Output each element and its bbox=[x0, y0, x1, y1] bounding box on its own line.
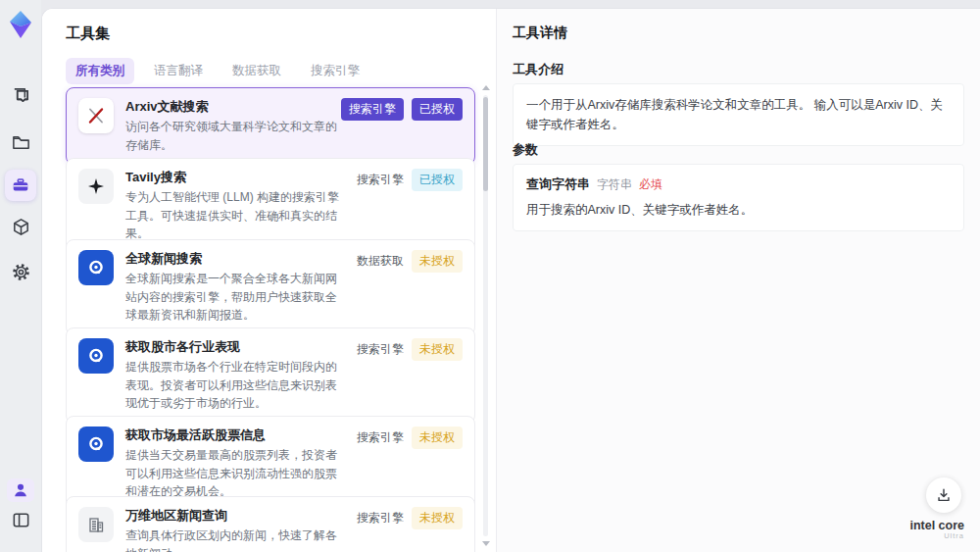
tool-description: 提供股票市场各个行业在特定时间段内的表现。投资者可以利用这些信息来识别表现优于或… bbox=[125, 358, 347, 413]
auth-status-badge: 未授权 bbox=[412, 427, 463, 449]
tool-name: Arxiv文献搜索 bbox=[125, 98, 347, 116]
category-label: 数据获取 bbox=[357, 253, 404, 270]
tool-detail-panel: 工具详情 工具介绍 一个用于从Arxiv存储库搜索科学论文和文章的工具。 输入可… bbox=[496, 9, 980, 552]
category-label: 搜索引擎 bbox=[357, 172, 404, 188]
cube-icon[interactable] bbox=[9, 215, 32, 238]
tool-card-arxiv[interactable]: Arxiv文献搜索 访问各个研究领域大量科学论文和文章的存储库。 搜索引擎 已授… bbox=[66, 87, 475, 165]
toolbox-icon[interactable] bbox=[5, 170, 36, 201]
panel-toggle-icon[interactable] bbox=[9, 508, 32, 531]
tab-all-categories[interactable]: 所有类别 bbox=[66, 58, 134, 84]
detail-title: 工具详情 bbox=[513, 25, 567, 42]
app-logo-icon bbox=[7, 10, 34, 39]
scroll-down-arrow[interactable] bbox=[482, 541, 490, 546]
category-tabs: 所有类别 语言翻译 数据获取 搜索引擎 bbox=[66, 58, 369, 84]
app-window: 工具集 所有类别 语言翻译 数据获取 搜索引擎 bbox=[0, 0, 980, 552]
tool-description: 专为人工智能代理 (LLM) 构建的搜索引擎工具。可快速提供实时、准确和真实的结… bbox=[125, 188, 347, 243]
tavily-star-icon bbox=[78, 169, 114, 204]
intro-box: 一个用于从Arxiv存储库搜索科学论文和文章的工具。 输入可以是Arxiv ID… bbox=[513, 83, 964, 146]
tab-language-translation[interactable]: 语言翻译 bbox=[144, 58, 213, 84]
tool-name: 全球新闻搜索 bbox=[125, 250, 347, 268]
category-label: 搜索引擎 bbox=[357, 429, 404, 446]
arxiv-logo-icon bbox=[78, 98, 114, 133]
tab-search-engine[interactable]: 搜索引擎 bbox=[301, 58, 369, 84]
tool-name: 获取市场最活跃股票信息 bbox=[125, 427, 347, 444]
brand-subtext: Ultra bbox=[909, 532, 964, 540]
tool-description: 访问各个研究领域大量科学论文和文章的存储库。 bbox=[125, 118, 347, 154]
folder-icon[interactable] bbox=[9, 130, 32, 154]
tool-card-list: Arxiv文献搜索 访问各个研究领域大量科学论文和文章的存储库。 搜索引擎 已授… bbox=[66, 85, 475, 552]
params-heading: 参数 bbox=[513, 141, 538, 159]
page-title: 工具集 bbox=[66, 25, 110, 43]
left-rail bbox=[0, 0, 41, 552]
param-name: 查询字符串 bbox=[526, 176, 590, 193]
param-type: 字符串 bbox=[597, 176, 632, 193]
scrollbar-thumb[interactable] bbox=[483, 97, 488, 191]
tool-card-global-news[interactable]: 全球新闻搜索 全球新闻搜索是一个聚合全球各大新闻网站内容的搜索引擎，帮助用户快速… bbox=[66, 239, 475, 335]
param-required-badge: 必填 bbox=[639, 176, 662, 193]
tool-card-regional-news[interactable]: 万维地区新闻查询 查询具体行政区划内的新闻，快速了解各地新闻动 搜索引擎 未授权 bbox=[66, 496, 475, 552]
scroll-up-arrow[interactable] bbox=[482, 85, 490, 90]
tool-card-sector-performance[interactable]: 获取股市各行业表现 提供股票市场各个行业在特定时间段内的表现。投资者可以利用这些… bbox=[66, 327, 475, 424]
category-label: 搜索引擎 bbox=[357, 510, 404, 527]
news-logo-icon bbox=[78, 427, 114, 462]
download-icon bbox=[935, 486, 953, 504]
main-surface: 工具集 所有类别 语言翻译 数据获取 搜索引擎 bbox=[41, 8, 980, 552]
tab-data-acquisition[interactable]: 数据获取 bbox=[222, 58, 291, 84]
category-label: 搜索引擎 bbox=[357, 341, 404, 358]
tool-description: 查询具体行政区划内的新闻，快速了解各地新闻动 bbox=[125, 527, 347, 552]
list-scrollbar[interactable] bbox=[481, 85, 490, 546]
auth-status-badge: 未授权 bbox=[412, 507, 463, 529]
chat-icon[interactable] bbox=[9, 84, 32, 108]
auth-status-badge: 未授权 bbox=[412, 338, 463, 361]
settings-gear-icon[interactable] bbox=[9, 260, 32, 283]
param-description: 用于搜索的Arxiv ID、关键字或作者姓名。 bbox=[526, 201, 951, 220]
category-badge: 搜索引擎 bbox=[341, 98, 404, 121]
download-button[interactable] bbox=[926, 477, 961, 513]
news-logo-icon bbox=[78, 338, 114, 374]
tool-description: 提供当天交易量最高的股票列表，投资者可以利用这些信息来识别流动性强的股票和潜在的… bbox=[125, 446, 347, 501]
intel-core-logo: intel core Ultra bbox=[909, 520, 964, 540]
intro-text: 一个用于从Arxiv存储库搜索科学论文和文章的工具。 输入可以是Arxiv ID… bbox=[526, 95, 951, 134]
auth-status-badge: 已授权 bbox=[412, 169, 463, 191]
brand-text: intel core bbox=[909, 519, 964, 532]
tool-name: 万维地区新闻查询 bbox=[125, 507, 347, 525]
building-icon bbox=[78, 507, 114, 542]
news-logo-icon bbox=[78, 250, 114, 285]
intro-heading: 工具介绍 bbox=[513, 61, 564, 78]
tool-name: 获取股市各行业表现 bbox=[125, 338, 347, 356]
user-avatar-icon[interactable] bbox=[7, 478, 34, 502]
tool-description: 全球新闻搜索是一个聚合全球各大新闻网站内容的搜索引擎，帮助用户快速获取全球最新资… bbox=[125, 270, 347, 325]
tool-list-panel: 工具集 所有类别 语言翻译 数据获取 搜索引擎 bbox=[42, 9, 496, 552]
param-box: 查询字符串 字符串 必填 用于搜索的Arxiv ID、关键字或作者姓名。 bbox=[513, 164, 964, 231]
auth-status-badge: 已授权 bbox=[412, 98, 463, 121]
auth-status-badge: 未授权 bbox=[412, 250, 463, 273]
tool-name: Tavily搜索 bbox=[125, 169, 347, 186]
